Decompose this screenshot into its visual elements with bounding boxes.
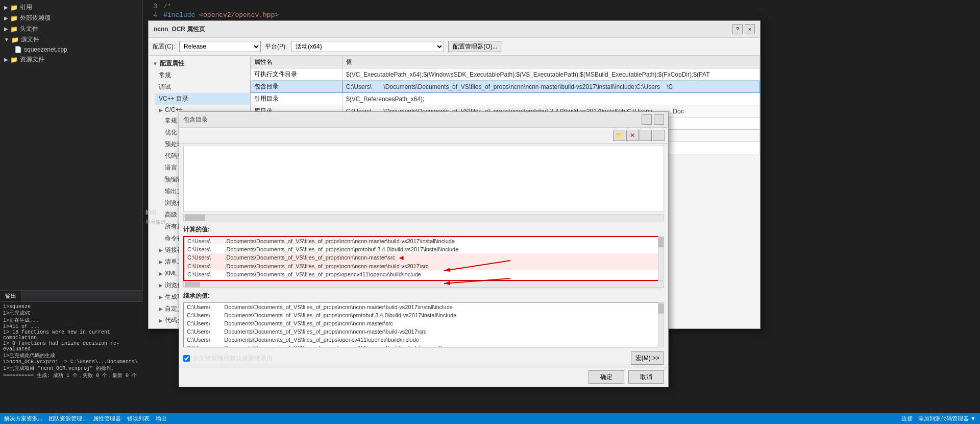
arrow-browse: ▶: [159, 282, 163, 288]
inherit-checkbox[interactable]: [183, 355, 190, 362]
tree-config-props[interactable]: ▼ 配置属性: [149, 58, 250, 69]
inherited-list[interactable]: C:\Users\ Documents\Documents_of_VS\file…: [183, 302, 664, 347]
output-line-5: 1> 18 functions were new in current comp…: [3, 329, 140, 341]
config-bar: 配置(C): Release 平台(P): 活动(x64) 配置管理器(O)..…: [149, 38, 760, 56]
inherited-item-1: C:\Users\ Documents\Documents_of_VS\file…: [184, 303, 664, 311]
collapse-icon-res: ▶: [4, 57, 8, 62]
prop-value-reference[interactable]: $(VC_ReferencesPath_x64);: [343, 93, 760, 105]
arrow-codeanalysis: ▶: [159, 318, 163, 323]
output-line-8: 1>ncnn_OCR.vcxproj -> C:\Users\...Docume…: [3, 359, 140, 365]
computed-scrollbar[interactable]: [658, 236, 664, 281]
config-label: 配置(C):: [153, 42, 175, 51]
output-content: 1>squeeze 1>已完成VC 1>正在生成... 1>411 of ...…: [0, 302, 143, 381]
tree-item-resources[interactable]: ▶ 📁 资源文件: [0, 54, 142, 65]
status-errors[interactable]: 错误列表: [127, 415, 150, 422]
dialog-help-button[interactable]: ?: [732, 24, 743, 34]
arrow-manifest: ▶: [159, 259, 163, 265]
computed-hscrollbar[interactable]: [183, 281, 664, 288]
inherited-item-2: C:\Users\ Documents\Documents_of_VS\file…: [184, 311, 664, 319]
solution-explorer: ▶ 📁 引用 ▶ 📁 外部依赖项 ▶ 📁 头文件 ▼ 📁 源文件 📄 squee…: [0, 0, 142, 67]
collapse-icon: ▶: [4, 5, 8, 10]
code-line-4: 4 #include <opencv2/opencv.hpp>: [143, 11, 980, 19]
computed-item-6[interactable]: C:\Users\ .Documents\Documents_of_VS\fil…: [184, 278, 663, 281]
table-header-row: 属性名 值: [251, 56, 760, 68]
table-row[interactable]: 可执行文件目录 $(VC_ExecutablePath_x64);$(Windo…: [251, 68, 760, 81]
tree-item-ref[interactable]: ▶ 📁 引用: [0, 2, 142, 13]
computed-item-3[interactable]: C:\Users\ .Documents\Documents_of_VS\fil…: [184, 253, 663, 262]
prop-value-include[interactable]: C:\Users\ \Documents\Documents_of_VS\fil…: [343, 81, 760, 93]
output-line-7: 1>已完成此代码的生成: [3, 352, 140, 359]
inner-close-button[interactable]: ×: [654, 114, 664, 125]
output-line-2: 1>已完成VC: [3, 310, 140, 317]
tree-item-headers[interactable]: ▶ 📁 头文件: [0, 23, 142, 34]
move-up-button[interactable]: ↑: [653, 130, 665, 141]
arrow-cpp: ▶: [159, 107, 163, 113]
inherit-checkbox-row[interactable]: 从父级或项目默认设置继承(I) 宏(M) >>: [179, 349, 668, 367]
computed-item-4[interactable]: C:\Users\ .Documents\Documents_of_VS\fil…: [184, 262, 663, 270]
status-output[interactable]: 输出: [156, 415, 167, 422]
folder-icon-src: 📁: [11, 36, 19, 43]
tree-item-external[interactable]: ▶ 📁 外部依赖项: [0, 13, 142, 23]
inherited-item-3: C:\Users\ Documents\Documents_of_VS\file…: [184, 319, 664, 327]
move-down-button[interactable]: ↓: [640, 130, 652, 141]
config-select[interactable]: Release: [179, 41, 261, 52]
output-tab-active[interactable]: 输出: [0, 291, 22, 301]
col-header-name: 属性名: [251, 56, 343, 68]
output-line-3: 1>正在生成...: [3, 317, 140, 324]
include-dirs-dialog: 包含目录 ? × 📁 ✕ ↓ ↑ 计算的值: C:\Users\ .Docume…: [179, 111, 669, 387]
computed-item-5[interactable]: C:\Users\ .Documents\Documents_of_VS\fil…: [184, 270, 663, 278]
tree-general[interactable]: 常规: [155, 69, 250, 81]
delete-button[interactable]: ✕: [626, 130, 639, 141]
computed-item-2[interactable]: C:\Users\ .Documents\Documents_of_VS\fil…: [184, 245, 663, 253]
status-right: 连接 添加到源代码管理器 ▼: [901, 415, 976, 422]
output-tabs: 输出: [0, 291, 143, 302]
inherited-label: 继承的值:: [183, 292, 664, 300]
status-solution-explorer[interactable]: 解决方案资源...: [4, 415, 42, 422]
prop-name-reference: 引用目录: [251, 93, 343, 105]
status-team[interactable]: 团队资源管理...: [48, 415, 87, 422]
include-edit-area[interactable]: [183, 146, 664, 212]
add-folder-button[interactable]: 📁: [613, 130, 625, 141]
platform-select[interactable]: 活动(x64): [291, 41, 444, 52]
inherited-scrollbar[interactable]: [658, 302, 664, 347]
table-row-selected[interactable]: 包含目录 C:\Users\ \Documents\Documents_of_V…: [251, 81, 760, 93]
inner-dialog-titlebar: 包含目录 ? ×: [179, 112, 668, 128]
folder-icon-ext: 📁: [10, 15, 18, 22]
config-manager-button[interactable]: 配置管理器(O)...: [448, 41, 502, 52]
tree-label-external: 外部依赖项: [20, 14, 51, 22]
output-line-6: 1> 0 functions had inline decision re-ev…: [3, 341, 140, 352]
tree-item-sources[interactable]: ▼ 📁 源文件: [0, 34, 142, 45]
status-connect[interactable]: 连接: [901, 415, 913, 421]
col-header-value: 值: [343, 56, 760, 68]
inherited-item-5: C:\Users\ Documents\Documents_of_VS\file…: [184, 336, 664, 344]
expand-icon-src: ▼: [4, 37, 9, 42]
dialog-title: ncnn_OCR 属性页: [154, 25, 205, 34]
tree-item-squeezenet[interactable]: 📄 squeezenet.cpp: [0, 45, 142, 54]
arrow-xmldoc: ▶: [159, 271, 163, 276]
folder-icon-ref: 📁: [10, 4, 18, 11]
prop-value-executable[interactable]: $(VC_ExecutablePath_x64);$(WindowsSDK_Ex…: [343, 68, 760, 81]
tree-label-headers: 头文件: [20, 25, 38, 33]
code-content-3: /*: [163, 3, 172, 10]
tree-debug[interactable]: 调试: [155, 81, 250, 93]
inner-dialog-controls: ? ×: [642, 114, 664, 125]
line-number-4: 4: [143, 11, 163, 19]
horizontal-scrollbar[interactable]: [183, 214, 664, 221]
inherit-checkbox-label: 从父级或项目默认设置继承(I): [193, 354, 272, 363]
inherited-item-6: C:\Users\ Documents\Documents_of_VS\file…: [184, 344, 664, 347]
inner-help-button[interactable]: ?: [642, 114, 652, 125]
computed-item-1[interactable]: C:\Users\ .Documents\Documents_of_VS\fil…: [184, 237, 663, 245]
table-row[interactable]: 引用目录 $(VC_ReferencesPath_x64);: [251, 93, 760, 105]
status-props-manager[interactable]: 属性管理器: [93, 415, 121, 422]
macro-button[interactable]: 宏(M) >>: [631, 351, 664, 365]
dialog-controls: ? ×: [732, 24, 755, 34]
ok-button[interactable]: 确定: [589, 370, 624, 384]
dialog-close-button[interactable]: ×: [745, 24, 755, 34]
collapse-icon-hdr: ▶: [4, 26, 8, 32]
computed-list[interactable]: C:\Users\ .Documents\Documents_of_VS\fil…: [183, 236, 664, 281]
cancel-button[interactable]: 取消: [628, 370, 664, 384]
tree-vc-dirs[interactable]: VC++ 目录: [155, 93, 250, 105]
inner-toolbar: 📁 ✕ ↓ ↑: [179, 128, 668, 144]
status-encoding: 添加到源代码管理器 ▼: [918, 415, 976, 421]
arrow-config: ▼: [153, 61, 158, 66]
